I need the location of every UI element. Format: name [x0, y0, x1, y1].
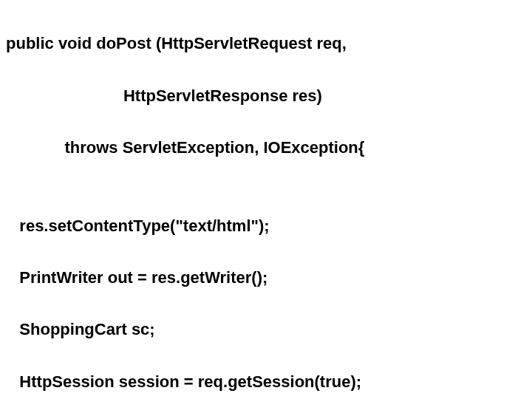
code-line: public void doPost (HttpServletRequest r…: [6, 30, 532, 56]
code-line: res.setContentType("text/html");: [6, 213, 532, 239]
code-block: public void doPost (HttpServletRequest r…: [0, 0, 532, 399]
code-line: HttpServletResponse res): [6, 83, 532, 109]
code-line: HttpSession session = req.getSession(tru…: [6, 369, 532, 395]
code-line: throws ServletException, IOException{: [6, 134, 532, 160]
code-line: ShoppingCart sc;: [6, 316, 532, 342]
code-line: PrintWriter out = res.getWriter();: [6, 265, 532, 290]
